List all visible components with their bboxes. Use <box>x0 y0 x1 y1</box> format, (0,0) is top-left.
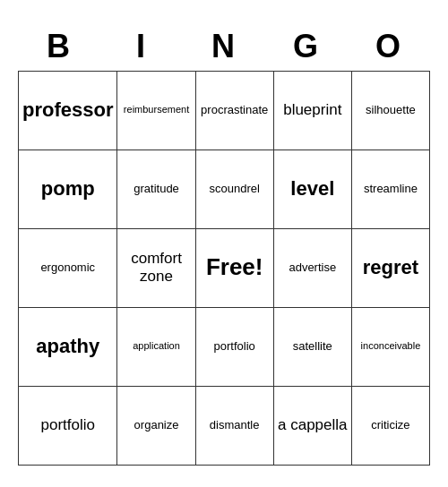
bingo-cell[interactable]: streamline <box>352 150 430 229</box>
cell-text: apathy <box>36 335 99 358</box>
bingo-cell[interactable]: organize <box>117 387 195 466</box>
bingo-cell[interactable]: scoundrel <box>196 150 274 229</box>
header-letter: B <box>18 22 100 71</box>
bingo-cell[interactable]: dismantle <box>196 387 274 466</box>
bingo-cell[interactable]: portfolio <box>19 387 117 466</box>
cell-text: comfort zone <box>121 250 191 286</box>
cell-text: criticize <box>371 418 409 432</box>
bingo-cell[interactable]: application <box>117 308 195 387</box>
cell-text: regret <box>363 256 418 279</box>
bingo-cell[interactable]: regret <box>352 229 430 308</box>
bingo-cell[interactable]: ergonomic <box>19 229 117 308</box>
bingo-cell[interactable]: reimbursement <box>117 72 195 150</box>
cell-text: advertise <box>289 261 336 275</box>
bingo-cell[interactable]: satellite <box>274 308 352 387</box>
cell-text: streamline <box>364 182 418 196</box>
cell-text: portfolio <box>214 339 255 354</box>
cell-text: Free! <box>206 253 263 281</box>
bingo-cell[interactable]: a cappella <box>274 387 352 466</box>
cell-text: procrastinate <box>201 103 268 117</box>
cell-text: portfolio <box>41 416 95 434</box>
cell-text: dismantle <box>210 418 260 432</box>
cell-text: organize <box>134 418 179 432</box>
header-letter: O <box>348 22 430 71</box>
bingo-cell[interactable]: portfolio <box>196 308 274 387</box>
bingo-cell[interactable]: inconceivable <box>352 308 430 387</box>
bingo-cell[interactable]: professor <box>19 72 117 150</box>
cell-text: gratitude <box>134 182 179 196</box>
cell-text: ergonomic <box>40 261 95 275</box>
cell-text: pomp <box>41 177 95 201</box>
cell-text: blueprint <box>283 101 341 119</box>
cell-text: silhouette <box>366 103 416 117</box>
cell-text: satellite <box>293 339 332 354</box>
bingo-cell[interactable]: criticize <box>352 387 430 466</box>
bingo-cell[interactable]: blueprint <box>274 72 352 150</box>
bingo-cell[interactable]: apathy <box>19 308 117 387</box>
bingo-cell[interactable]: advertise <box>274 229 352 308</box>
header-letter: I <box>100 22 183 71</box>
bingo-cell[interactable]: comfort zone <box>117 229 195 308</box>
cell-text: level <box>290 177 334 201</box>
cell-text: application <box>133 340 180 352</box>
cell-text: scoundrel <box>209 182 259 196</box>
header-letter: G <box>265 22 348 71</box>
cell-text: reimbursement <box>124 104 189 115</box>
cell-text: inconceivable <box>361 340 421 352</box>
bingo-cell[interactable]: level <box>274 150 352 229</box>
bingo-card: BINGO professorreimbursementprocrastinat… <box>9 13 439 474</box>
cell-text: a cappella <box>278 416 348 434</box>
bingo-header: BINGO <box>18 22 430 71</box>
bingo-cell[interactable]: silhouette <box>352 72 430 150</box>
header-letter: N <box>183 22 265 71</box>
bingo-grid: professorreimbursementprocrastinatebluep… <box>18 71 430 466</box>
bingo-cell[interactable]: gratitude <box>117 150 195 229</box>
bingo-cell[interactable]: Free! <box>196 229 274 308</box>
bingo-cell[interactable]: pomp <box>19 150 117 229</box>
cell-text: professor <box>22 98 113 122</box>
bingo-cell[interactable]: procrastinate <box>196 72 274 150</box>
